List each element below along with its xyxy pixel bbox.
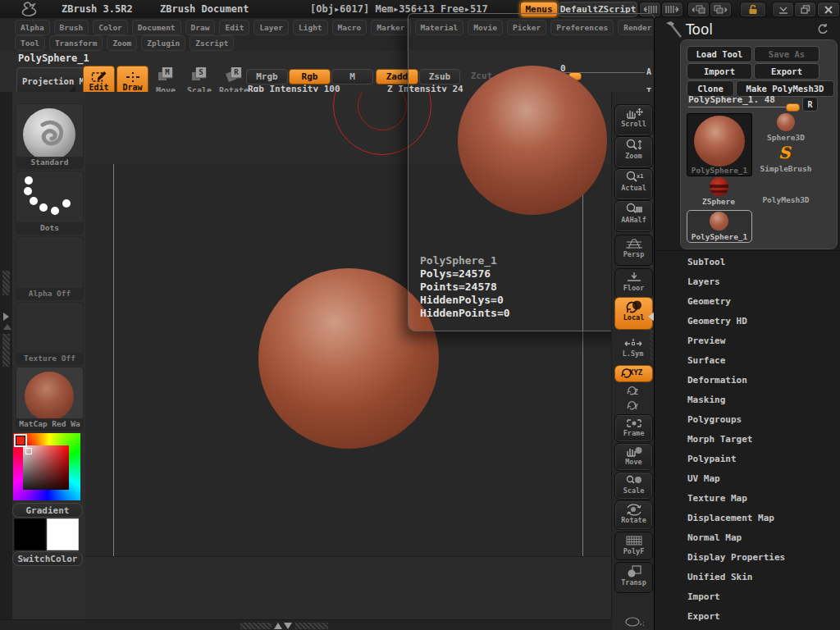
aahalf-button[interactable]: AAHalf — [614, 200, 653, 232]
frame-button[interactable]: Frame — [614, 414, 653, 442]
move-button[interactable]: M Move — [151, 67, 180, 95]
section-layers[interactable]: Layers — [655, 272, 840, 292]
texture-thumbnail[interactable]: Texture Off — [16, 302, 84, 365]
rgb-button[interactable]: Rgb — [289, 69, 331, 84]
export-button[interactable]: Export — [754, 63, 819, 80]
minimize-button[interactable] — [772, 2, 794, 17]
close-button[interactable] — [817, 2, 840, 17]
section-preview[interactable]: Preview — [655, 331, 840, 351]
menu-color[interactable]: Color — [93, 20, 128, 35]
actual-button[interactable]: x1 Actual — [614, 168, 653, 200]
section-polypaint[interactable]: Polypaint — [655, 450, 840, 469]
lsym-button[interactable]: L.Sym — [614, 336, 651, 359]
simplebrush-thumbnail[interactable]: S SimpleBrush — [754, 144, 818, 174]
tool-slider-handle[interactable] — [786, 103, 800, 112]
menu-alpha[interactable]: Alpha — [15, 20, 50, 35]
y-rotate-button[interactable]: Y — [614, 399, 651, 413]
import-button[interactable]: Import — [687, 63, 752, 80]
tray-up-handle-icon[interactable] — [274, 623, 282, 629]
rotate-button[interactable]: R Rotate — [218, 67, 249, 95]
section-uv-map[interactable]: UV Map — [655, 469, 840, 489]
section-normal-map[interactable]: Normal Map — [655, 528, 840, 548]
menu-draw[interactable]: Draw — [185, 20, 216, 35]
z-rotate-button[interactable]: Z — [614, 384, 651, 397]
recent-tool-thumbnail-selected[interactable]: PolySphere_1 — [687, 210, 752, 243]
bottom-divider-texture — [295, 623, 328, 629]
tray-scale-label: Scale — [615, 486, 652, 495]
section-masking[interactable]: Masking — [655, 390, 840, 410]
standard-brush-swirl-icon — [28, 113, 71, 156]
polymesh3d-thumbnail[interactable]: PolyMesh3D — [754, 176, 818, 205]
current-brush-thumbnail[interactable]: Standard — [16, 103, 84, 169]
stroke-thumbnail[interactable]: Dots — [16, 171, 84, 235]
menu-edit[interactable]: Edit — [219, 20, 249, 35]
tray-up-arrow-icon[interactable] — [3, 324, 11, 330]
section-geometry[interactable]: Geometry — [655, 292, 840, 312]
menu-zoom[interactable]: Zoom — [107, 35, 137, 51]
menu-zplugin[interactable]: Zplugin — [141, 35, 185, 51]
menu-macro[interactable]: Macro — [332, 20, 368, 35]
section-displacement-map[interactable]: Displacement Map — [655, 509, 840, 528]
main-color-swatch[interactable] — [14, 518, 46, 550]
section-texture-map[interactable]: Texture Map — [655, 489, 840, 509]
tray-open-arrow-icon[interactable] — [3, 313, 9, 321]
prev-document-button[interactable] — [687, 2, 710, 17]
menu-zscript[interactable]: Zscript — [189, 35, 234, 51]
scroll-button[interactable]: Scroll — [614, 104, 653, 136]
persp-button[interactable]: Persp — [614, 235, 653, 266]
section-polygroups[interactable]: Polygroups — [655, 410, 840, 430]
transp-button[interactable]: Transp — [614, 562, 653, 593]
ghost-button[interactable]: -1 — [614, 615, 651, 630]
polyframe-button[interactable]: PolyF — [614, 532, 653, 560]
tool-slider-track[interactable] — [688, 107, 800, 107]
section-import[interactable]: Import — [655, 587, 840, 607]
menu-brush[interactable]: Brush — [54, 20, 89, 35]
mrgb-button[interactable]: Mrgb — [246, 69, 288, 84]
zsphere-ball — [710, 177, 728, 196]
section-unified-skin[interactable]: Unified Skin — [655, 568, 840, 587]
left-tray-divider[interactable] — [0, 92, 13, 619]
load-tool-button[interactable]: Load Tool — [687, 46, 752, 62]
section-deformation[interactable]: Deformation — [655, 371, 840, 390]
matcap-ball — [25, 372, 74, 421]
tray-rotate-button[interactable]: Rotate — [614, 500, 653, 530]
section-geometry-hd[interactable]: Geometry HD — [655, 312, 840, 331]
gradient-button[interactable]: Gradient — [12, 503, 83, 518]
color-picker[interactable] — [13, 433, 80, 500]
current-tool-thumbnail[interactable]: PolySphere_1 — [687, 113, 752, 176]
save-as-button[interactable]: Save As — [754, 46, 819, 62]
menu-tool[interactable]: Tool — [15, 35, 45, 51]
tool-history-icon[interactable] — [816, 23, 829, 35]
secondary-color-swatch[interactable] — [47, 518, 79, 550]
menu-layer[interactable]: Layer — [253, 20, 289, 35]
current-tool-ball — [694, 116, 745, 167]
m-button[interactable]: M — [331, 69, 373, 84]
local-button[interactable]: Local — [614, 297, 653, 330]
r-button[interactable]: R — [802, 97, 818, 112]
next-document-button[interactable] — [710, 2, 732, 17]
tray-move-button[interactable]: Move — [614, 443, 653, 471]
restore-button[interactable] — [794, 2, 816, 17]
material-thumbnail[interactable]: MatCap Red Wa — [16, 367, 84, 431]
tray-down-handle-icon[interactable] — [284, 623, 292, 629]
sphere3d-thumbnail[interactable]: Sphere3D — [754, 113, 818, 143]
scroll-right-button[interactable] — [661, 2, 683, 17]
zsphere-thumbnail[interactable]: ZSphere — [687, 177, 751, 207]
section-export[interactable]: Export — [655, 607, 840, 627]
alpha-thumbnail[interactable]: Alpha Off — [16, 236, 84, 300]
menu-marker[interactable]: Marker — [371, 20, 410, 35]
zoom-button[interactable]: Zoom — [614, 136, 653, 168]
xyz-button[interactable]: XYZ — [614, 365, 653, 382]
menu-transform[interactable]: Transform — [49, 35, 103, 51]
section-morph-target[interactable]: Morph Target — [655, 430, 840, 450]
section-subtool[interactable]: SubTool — [655, 253, 840, 272]
switchcolor-button[interactable]: SwitchColor — [12, 551, 83, 566]
menu-document[interactable]: Document — [132, 20, 181, 35]
menu-light[interactable]: Light — [293, 20, 328, 35]
scale-button[interactable]: S Scale — [185, 67, 214, 95]
section-surface[interactable]: Surface — [655, 351, 840, 371]
lock-button[interactable] — [740, 2, 766, 17]
section-display-properties[interactable]: Display Properties — [655, 548, 840, 568]
tray-scale-button[interactable]: Scale — [614, 472, 653, 500]
floor-button[interactable]: Floor — [614, 268, 653, 299]
